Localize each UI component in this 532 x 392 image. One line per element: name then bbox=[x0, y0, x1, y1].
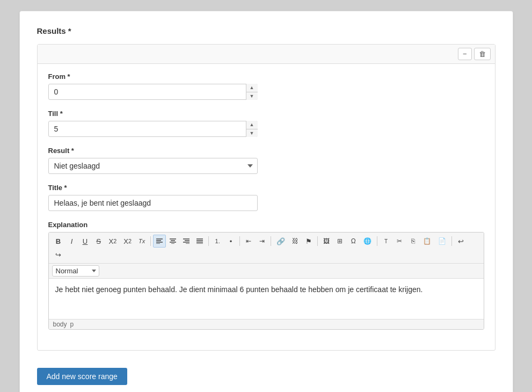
sep-3 bbox=[239, 236, 240, 246]
add-score-range-button[interactable]: Add new score range bbox=[37, 368, 127, 385]
toolbar-link[interactable]: 🔗 bbox=[273, 235, 288, 248]
toolbar-underline[interactable]: U bbox=[79, 235, 92, 248]
align-right-icon bbox=[183, 238, 190, 244]
title-group: Title * bbox=[48, 184, 484, 211]
toolbar-cut[interactable]: ✂ bbox=[393, 235, 406, 248]
from-spin: ▲ ▼ bbox=[246, 84, 258, 100]
title-label: Title * bbox=[48, 184, 484, 192]
toolbar-ordered-list[interactable]: 1. bbox=[211, 235, 224, 248]
toolbar-align-justify[interactable] bbox=[193, 235, 206, 248]
sep-5 bbox=[317, 236, 318, 246]
toolbar-superscript[interactable]: X2 bbox=[120, 235, 135, 248]
toolbar-align-right[interactable] bbox=[180, 235, 193, 248]
toolbar-globe[interactable]: 🌐 bbox=[360, 235, 375, 248]
score-range-body: From * ▲ ▼ Till * ▲ ▼ bbox=[38, 64, 495, 350]
sep-2 bbox=[208, 236, 209, 246]
explanation-label: Explanation bbox=[48, 221, 484, 229]
align-left-icon bbox=[156, 238, 163, 244]
from-label: From * bbox=[48, 72, 484, 81]
results-card: Results * − 🗑 From * ▲ ▼ bbox=[19, 11, 513, 392]
toolbar-redo[interactable]: ↪ bbox=[52, 248, 65, 261]
editor-statusbar: body p bbox=[49, 319, 484, 329]
result-label: Result * bbox=[48, 147, 484, 155]
style-select[interactable]: Normal Heading 1 Heading 2 Heading 3 bbox=[52, 265, 99, 277]
toolbar-bold[interactable]: B bbox=[52, 235, 65, 248]
score-range-header: − 🗑 bbox=[38, 45, 495, 64]
sep-6 bbox=[377, 236, 377, 246]
statusbar-body: body bbox=[53, 321, 67, 328]
explanation-group: Explanation B I U S X2 X2 Tx bbox=[48, 221, 484, 330]
sep-1 bbox=[150, 236, 151, 246]
toolbar-indent-less[interactable]: ⇤ bbox=[242, 235, 255, 248]
till-input-wrap: ▲ ▼ bbox=[48, 121, 258, 137]
from-spin-down[interactable]: ▼ bbox=[246, 92, 258, 100]
section-title: Results * bbox=[37, 26, 495, 35]
statusbar-p: p bbox=[70, 321, 74, 328]
toolbar-table[interactable]: ⊞ bbox=[333, 235, 346, 248]
result-select[interactable]: Niet geslaagd Geslaagd Uitstekend bbox=[48, 158, 258, 174]
toolbar-undo[interactable]: ↩ bbox=[454, 235, 467, 248]
from-spin-up[interactable]: ▲ bbox=[246, 84, 258, 92]
from-group: From * ▲ ▼ bbox=[48, 72, 484, 100]
editor-wrapper: B I U S X2 X2 Tx bbox=[48, 232, 484, 330]
align-justify-icon bbox=[196, 238, 203, 244]
toolbar-align-center[interactable] bbox=[166, 235, 179, 248]
till-spin: ▲ ▼ bbox=[246, 121, 258, 137]
toolbar-align-left[interactable] bbox=[153, 235, 166, 248]
editor-toolbar-row2: Normal Heading 1 Heading 2 Heading 3 bbox=[49, 264, 484, 279]
toolbar-clear-format[interactable]: Tx bbox=[135, 235, 148, 248]
toolbar-paste[interactable]: 📋 bbox=[420, 235, 434, 248]
title-input[interactable] bbox=[48, 195, 258, 211]
toolbar-image[interactable]: 🖼 bbox=[320, 235, 333, 248]
till-input[interactable] bbox=[48, 121, 258, 137]
till-label: Till * bbox=[48, 110, 484, 118]
toolbar-flag[interactable]: ⚑ bbox=[302, 235, 315, 248]
toolbar-unordered-list[interactable]: • bbox=[224, 235, 237, 248]
delete-button[interactable]: 🗑 bbox=[474, 48, 491, 60]
toolbar-indent-more[interactable]: ⇥ bbox=[256, 235, 268, 248]
toolbar-strikethrough[interactable]: S bbox=[92, 235, 105, 248]
editor-toolbar: B I U S X2 X2 Tx bbox=[49, 233, 484, 264]
result-group: Result * Niet geslaagd Geslaagd Uitsteke… bbox=[48, 147, 484, 174]
toolbar-paste-text[interactable]: 📄 bbox=[435, 235, 449, 248]
from-input[interactable] bbox=[48, 84, 258, 100]
till-spin-down[interactable]: ▼ bbox=[246, 129, 258, 137]
toolbar-subscript[interactable]: X2 bbox=[106, 235, 120, 248]
toolbar-unlink[interactable]: ⛓ bbox=[289, 235, 302, 248]
score-range-box: − 🗑 From * ▲ ▼ Till * bbox=[37, 44, 495, 351]
align-center-icon bbox=[170, 238, 176, 244]
till-spin-up[interactable]: ▲ bbox=[246, 121, 258, 129]
toolbar-italic[interactable]: I bbox=[65, 235, 78, 248]
from-input-wrap: ▲ ▼ bbox=[48, 84, 258, 100]
toolbar-source[interactable]: T bbox=[380, 235, 392, 248]
trash-icon: 🗑 bbox=[479, 50, 486, 58]
sep-4 bbox=[271, 236, 271, 246]
editor-content[interactable]: Je hebt niet genoeg punten behaald. Je d… bbox=[49, 279, 484, 319]
collapse-button[interactable]: − bbox=[458, 48, 472, 60]
toolbar-copy[interactable]: ⎘ bbox=[406, 235, 419, 248]
toolbar-special-char[interactable]: Ω bbox=[347, 235, 360, 248]
till-group: Till * ▲ ▼ bbox=[48, 110, 484, 137]
sep-7 bbox=[451, 236, 452, 246]
